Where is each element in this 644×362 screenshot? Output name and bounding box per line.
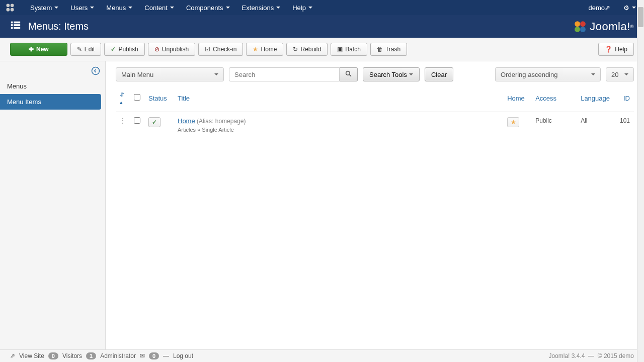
limit-select[interactable]: 20 (606, 67, 634, 81)
batch-button[interactable]: ▣Batch (331, 43, 367, 56)
pencil-icon: ✎ (77, 46, 82, 53)
edit-button[interactable]: ✎Edit (70, 43, 102, 56)
item-title-link[interactable]: Home (178, 117, 195, 125)
col-title[interactable]: Title (174, 86, 503, 112)
item-alias: (Alias: homepage) (197, 118, 246, 125)
nav-settings[interactable]: ⚙ (620, 0, 639, 15)
drag-handle-icon[interactable]: ⋮ (120, 117, 126, 124)
col-status[interactable]: Status (144, 86, 174, 112)
nav-label: Menus (106, 4, 126, 12)
nav-extensions[interactable]: Extensions (236, 0, 287, 15)
nav-help[interactable]: Help (286, 0, 318, 15)
home-toggle[interactable]: ★ (507, 117, 519, 127)
visitors-label: Visitors (62, 352, 82, 359)
item-access: Public (531, 112, 577, 138)
search-button[interactable] (340, 67, 358, 81)
x-circle-icon: ⊘ (154, 46, 159, 53)
question-icon: ❓ (605, 46, 612, 53)
svg-rect-4 (11, 22, 13, 24)
search-tools-button[interactable]: Search Tools (363, 67, 420, 81)
scrollbar-thumb[interactable] (638, 7, 643, 27)
caret-icon (226, 7, 230, 9)
home-button[interactable]: ★Home (246, 43, 283, 56)
nav-users[interactable]: Users (64, 0, 100, 15)
caret-icon (214, 73, 218, 75)
caret-icon (308, 7, 312, 9)
plus-icon: ✚ (29, 46, 34, 53)
svg-point-13 (580, 27, 586, 32)
order-select[interactable]: Ordering ascending (495, 67, 601, 81)
caret-icon (591, 73, 595, 75)
caret-icon (170, 7, 174, 9)
select-value: Main Menu (121, 71, 153, 78)
nav-content[interactable]: Content (138, 0, 180, 15)
btn-label: Trash (385, 46, 400, 53)
col-order[interactable]: ⇵▴ (116, 86, 130, 112)
col-home[interactable]: Home (503, 86, 531, 112)
help-button[interactable]: ❓Help (598, 43, 634, 56)
mail-icon: ✉ (140, 352, 145, 359)
version-label: Joomla! 3.4.4 (548, 352, 585, 359)
svg-point-10 (575, 21, 580, 27)
table-row: ⋮ ✓ Home (Alias: homepage) Articles » Si… (116, 112, 634, 138)
gear-icon: ⚙ (623, 4, 629, 12)
col-check (130, 86, 144, 112)
dash-icon: — (163, 352, 169, 359)
menu-select[interactable]: Main Menu (116, 67, 224, 81)
nav-user[interactable]: demo ⇗ (585, 0, 613, 15)
visitors-badge: 0 (48, 352, 58, 359)
btn-label: Publish (118, 46, 138, 53)
col-id[interactable]: ID (614, 86, 634, 112)
main: Menus Menu Items Main Menu Search Tools … (0, 61, 644, 358)
svg-rect-5 (14, 22, 20, 24)
external-icon: ⇗ (605, 4, 610, 12)
btn-label: Home (261, 46, 277, 53)
publish-button[interactable]: ✓Publish (104, 43, 144, 56)
view-site-link[interactable]: View Site (19, 352, 44, 359)
joomla-icon[interactable] (5, 3, 15, 13)
col-language[interactable]: Language (577, 86, 614, 112)
caret-icon (90, 7, 94, 9)
footer-left: ⇗ View Site 0 Visitors 1 Administrator ✉… (10, 352, 193, 359)
unpublish-button[interactable]: ⊘Unpublish (148, 43, 195, 56)
select-value: 20 (611, 71, 618, 78)
caret-icon (276, 7, 280, 9)
search-input[interactable] (229, 67, 340, 81)
nav-label: Content (144, 4, 168, 12)
messages-badge: 0 (149, 352, 159, 359)
filter-bar: Main Menu Search Tools Clear Ordering as… (116, 67, 634, 81)
sidebar-collapse-icon[interactable] (91, 66, 100, 77)
checkbox-icon: ☑ (205, 46, 210, 53)
admins-badge: 1 (86, 352, 96, 359)
logout-link[interactable]: Log out (173, 352, 193, 359)
sidebar-item-menu-items[interactable]: Menu Items (0, 94, 101, 110)
footer-right: Joomla! 3.4.4 — © 2015 demo (548, 352, 634, 359)
nav-system[interactable]: System (24, 0, 64, 15)
admins-label: Administrator (100, 352, 136, 359)
caret-icon (624, 73, 628, 75)
clear-button[interactable]: Clear (425, 67, 453, 81)
col-access[interactable]: Access (531, 86, 577, 112)
select-value: Ordering ascending (501, 71, 557, 78)
nav-components[interactable]: Components (180, 0, 236, 15)
sort-icon: ⇵▴ (120, 92, 124, 105)
btn-label: Unpublish (162, 46, 189, 53)
checkin-button[interactable]: ☑Check-in (198, 43, 243, 56)
svg-rect-9 (14, 27, 20, 29)
external-icon: ⇗ (10, 352, 15, 359)
svg-point-0 (7, 4, 10, 8)
toolbar-right: ❓Help (598, 43, 634, 56)
rebuild-button[interactable]: ↻Rebuild (286, 43, 328, 56)
nav-label: Users (70, 4, 88, 12)
sidebar-item-menus[interactable]: Menus (0, 78, 105, 94)
new-button[interactable]: ✚New (10, 43, 67, 56)
status-toggle[interactable]: ✓ (148, 117, 160, 127)
nav-menus[interactable]: Menus (100, 0, 138, 15)
btn-label: New (36, 46, 49, 53)
check-all[interactable] (134, 94, 140, 101)
btn-label: Search Tools (369, 71, 407, 78)
trash-button[interactable]: 🗑Trash (370, 43, 407, 56)
page-title-group: Menus: Items (10, 20, 89, 33)
row-check[interactable] (134, 117, 140, 124)
scrollbar-vertical[interactable] (637, 0, 644, 362)
